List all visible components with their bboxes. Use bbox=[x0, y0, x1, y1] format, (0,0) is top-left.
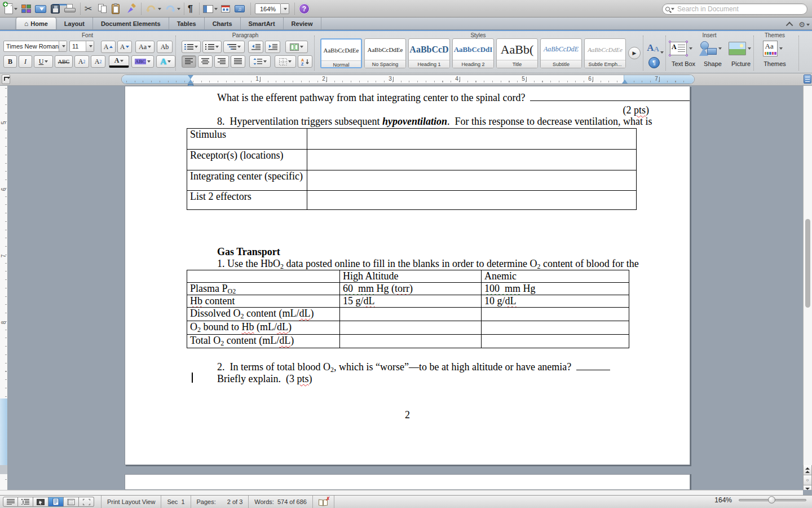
table-answer-cell[interactable] bbox=[339, 334, 481, 348]
table-value-cell[interactable]: 100 mm Hg bbox=[481, 282, 629, 295]
style-heading-1[interactable]: AaBbCcD Heading 1 bbox=[408, 38, 450, 68]
search-field[interactable] bbox=[662, 3, 807, 15]
line-spacing-button[interactable] bbox=[249, 55, 271, 68]
draft-view-button[interactable] bbox=[3, 497, 18, 507]
copy-button[interactable] bbox=[98, 2, 108, 15]
insert-text-box-button[interactable]: A bbox=[670, 40, 692, 57]
borders-button[interactable] bbox=[275, 55, 296, 68]
tab-review[interactable]: Review bbox=[284, 17, 321, 29]
table-answer-cell[interactable] bbox=[307, 170, 636, 190]
tab-tables[interactable]: Tables bbox=[169, 17, 205, 29]
publishing-layout-view-button[interactable] bbox=[33, 497, 48, 507]
underline-button[interactable]: U bbox=[34, 55, 53, 68]
vertical-ruler[interactable]: 5 6 7 8 bbox=[0, 86, 8, 490]
gallery-button[interactable] bbox=[21, 2, 32, 15]
tab-charts[interactable]: Charts bbox=[205, 17, 241, 29]
print-button[interactable] bbox=[64, 2, 76, 15]
strikethrough-button[interactable]: ABC bbox=[55, 55, 73, 68]
tab-document-elements[interactable]: Document Elements bbox=[93, 17, 169, 29]
superscript-button[interactable]: A2 bbox=[74, 55, 89, 68]
align-right-button[interactable] bbox=[214, 55, 229, 68]
hanging-indent-marker[interactable] bbox=[188, 80, 193, 84]
style-heading-2[interactable]: AaBbCcDdI Heading 2 bbox=[452, 38, 494, 68]
increase-indent-button[interactable] bbox=[265, 41, 280, 53]
format-painter-button[interactable] bbox=[125, 2, 136, 15]
table-answer-cell[interactable] bbox=[481, 307, 629, 321]
style-no-spacing[interactable]: AaBbCcDdEe No Spacing bbox=[364, 38, 406, 68]
zoom-dropdown-arrow[interactable] bbox=[281, 3, 289, 14]
scrollbar-thumb[interactable] bbox=[805, 219, 810, 308]
font-family-select[interactable]: Times New Roman bbox=[3, 41, 67, 52]
insert-shape-button[interactable] bbox=[699, 40, 722, 57]
document-page-2[interactable] bbox=[125, 474, 690, 490]
align-center-button[interactable] bbox=[198, 55, 213, 68]
new-document-button[interactable] bbox=[5, 2, 17, 15]
paragraph-settings-button[interactable]: ¶ bbox=[648, 57, 660, 68]
numbering-button[interactable] bbox=[202, 41, 222, 53]
highlight-button[interactable]: ABC bbox=[131, 55, 154, 68]
style-normal[interactable]: AaBbCcDdEe Normal bbox=[320, 38, 362, 68]
font-size-select[interactable]: 11 bbox=[69, 41, 94, 52]
media-browser-button[interactable]: ♫ bbox=[235, 2, 245, 15]
split-window-icon[interactable] bbox=[804, 75, 811, 84]
horizontal-scrollbar[interactable] bbox=[0, 490, 803, 495]
table-answer-cell[interactable] bbox=[307, 149, 636, 170]
change-case-button[interactable]: Aa bbox=[135, 41, 155, 53]
decrease-indent-button[interactable] bbox=[248, 41, 263, 53]
italic-button[interactable]: I bbox=[19, 55, 32, 68]
status-word-count[interactable]: Words:574 of 686 bbox=[249, 496, 313, 508]
help-button[interactable]: ? bbox=[299, 2, 310, 15]
bullets-button[interactable] bbox=[182, 41, 201, 53]
zoom-select[interactable]: 164% bbox=[255, 2, 289, 15]
table-answer-cell[interactable] bbox=[481, 334, 629, 348]
subscript-button[interactable]: A2 bbox=[91, 55, 105, 68]
sidebar-button[interactable] bbox=[203, 2, 218, 15]
bold-button[interactable]: B bbox=[3, 55, 17, 68]
notebook-layout-view-button[interactable] bbox=[64, 497, 79, 507]
print-layout-view-button[interactable] bbox=[48, 497, 64, 507]
tab-layout[interactable]: Layout bbox=[56, 17, 93, 29]
tab-home[interactable]: ⌂Home bbox=[16, 17, 56, 29]
font-color-button[interactable]: A bbox=[109, 55, 129, 68]
style-subtle-emphasis[interactable]: AaBbCcDdEe Subtle Emph... bbox=[584, 38, 626, 68]
tab-smartart[interactable]: SmartArt bbox=[241, 17, 284, 29]
right-indent-marker[interactable] bbox=[622, 80, 628, 84]
table-answer-cell[interactable] bbox=[339, 307, 481, 321]
focus-view-button[interactable] bbox=[79, 497, 94, 507]
table-value-cell[interactable]: 15 g/dL bbox=[339, 295, 481, 307]
justify-button[interactable] bbox=[231, 55, 245, 68]
text-effects-button[interactable]: A bbox=[156, 55, 175, 68]
more-styles-button[interactable]: ▶ bbox=[628, 47, 641, 59]
clear-formatting-button[interactable]: Ab bbox=[157, 41, 173, 53]
table-answer-cell[interactable] bbox=[307, 129, 636, 149]
align-left-button[interactable] bbox=[182, 55, 196, 68]
tab-stop-selector[interactable] bbox=[2, 75, 10, 84]
table-answer-cell[interactable] bbox=[339, 321, 481, 334]
spelling-status-button[interactable]: ✗ bbox=[313, 496, 334, 508]
redo-button[interactable] bbox=[165, 2, 180, 15]
text-effects-gallery-button[interactable]: AA bbox=[646, 40, 664, 54]
undo-button[interactable] bbox=[145, 2, 161, 15]
style-title[interactable]: AaBb( Title bbox=[496, 38, 538, 68]
show-formatting-button[interactable]: ¶ bbox=[188, 2, 193, 15]
style-subtitle[interactable]: AaBbCcDdE Subtitle bbox=[540, 38, 582, 68]
search-icon[interactable] bbox=[663, 7, 677, 11]
table-answer-cell[interactable] bbox=[481, 321, 629, 334]
sort-button[interactable]: AZ bbox=[298, 55, 312, 68]
zoom-slider[interactable] bbox=[739, 496, 806, 504]
status-pages[interactable]: Pages:2 of 3 bbox=[191, 496, 249, 508]
outline-view-button[interactable] bbox=[18, 497, 33, 507]
previous-page-button[interactable] bbox=[803, 465, 812, 475]
document-page-1[interactable]: What is the efferent pathway from that i… bbox=[125, 86, 690, 465]
grow-font-button[interactable]: A bbox=[101, 41, 116, 53]
next-page-button[interactable] bbox=[803, 485, 812, 490]
multilevel-list-button[interactable] bbox=[223, 41, 245, 53]
table-answer-cell[interactable] bbox=[307, 190, 636, 209]
open-button[interactable] bbox=[35, 2, 46, 15]
columns-button[interactable] bbox=[285, 41, 308, 53]
first-line-indent-marker[interactable] bbox=[188, 75, 193, 79]
horizontal-ruler[interactable]: 1 2 3 4 5 6 7 bbox=[121, 75, 695, 84]
insert-picture-button[interactable] bbox=[729, 40, 751, 57]
select-browse-object-button[interactable]: ○ bbox=[803, 475, 812, 485]
zoom-slider-thumb[interactable] bbox=[768, 496, 775, 503]
